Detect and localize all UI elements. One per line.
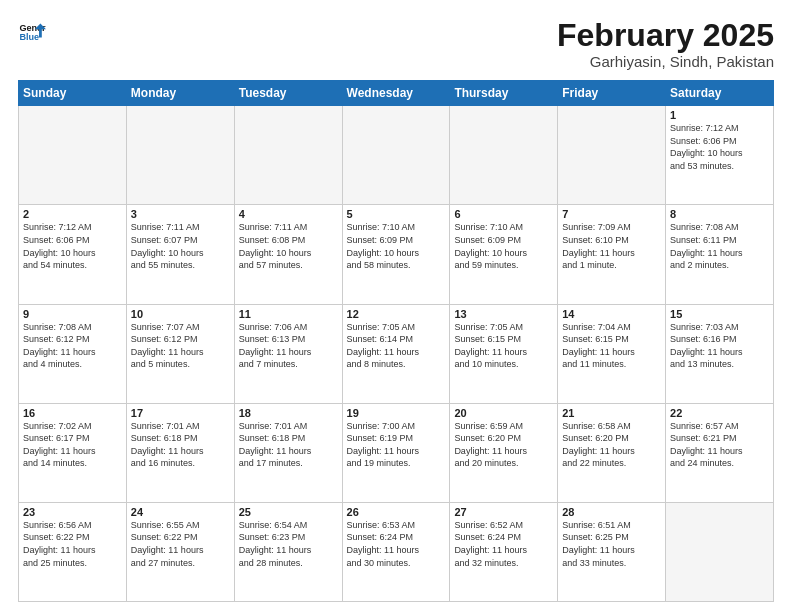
- day-number: 8: [670, 208, 769, 220]
- day-info: Sunrise: 6:52 AM Sunset: 6:24 PM Dayligh…: [454, 519, 553, 569]
- header-wednesday: Wednesday: [342, 81, 450, 106]
- table-row: 6Sunrise: 7:10 AM Sunset: 6:09 PM Daylig…: [450, 205, 558, 304]
- week-row-3: 16Sunrise: 7:02 AM Sunset: 6:17 PM Dayli…: [19, 403, 774, 502]
- day-number: 12: [347, 308, 446, 320]
- logo: General Blue: [18, 18, 46, 46]
- svg-text:Blue: Blue: [19, 32, 39, 42]
- weekday-header-row: Sunday Monday Tuesday Wednesday Thursday…: [19, 81, 774, 106]
- table-row: 3Sunrise: 7:11 AM Sunset: 6:07 PM Daylig…: [126, 205, 234, 304]
- day-info: Sunrise: 7:10 AM Sunset: 6:09 PM Dayligh…: [347, 221, 446, 271]
- day-number: 7: [562, 208, 661, 220]
- header-thursday: Thursday: [450, 81, 558, 106]
- table-row: [558, 106, 666, 205]
- table-row: 25Sunrise: 6:54 AM Sunset: 6:23 PM Dayli…: [234, 502, 342, 601]
- week-row-4: 23Sunrise: 6:56 AM Sunset: 6:22 PM Dayli…: [19, 502, 774, 601]
- table-row: 18Sunrise: 7:01 AM Sunset: 6:18 PM Dayli…: [234, 403, 342, 502]
- table-row: [342, 106, 450, 205]
- day-number: 26: [347, 506, 446, 518]
- day-number: 10: [131, 308, 230, 320]
- day-info: Sunrise: 7:08 AM Sunset: 6:12 PM Dayligh…: [23, 321, 122, 371]
- day-info: Sunrise: 7:01 AM Sunset: 6:18 PM Dayligh…: [131, 420, 230, 470]
- day-info: Sunrise: 6:53 AM Sunset: 6:24 PM Dayligh…: [347, 519, 446, 569]
- table-row: 27Sunrise: 6:52 AM Sunset: 6:24 PM Dayli…: [450, 502, 558, 601]
- day-info: Sunrise: 7:04 AM Sunset: 6:15 PM Dayligh…: [562, 321, 661, 371]
- header-tuesday: Tuesday: [234, 81, 342, 106]
- day-number: 28: [562, 506, 661, 518]
- day-info: Sunrise: 7:07 AM Sunset: 6:12 PM Dayligh…: [131, 321, 230, 371]
- day-info: Sunrise: 6:54 AM Sunset: 6:23 PM Dayligh…: [239, 519, 338, 569]
- table-row: [19, 106, 127, 205]
- day-info: Sunrise: 7:05 AM Sunset: 6:14 PM Dayligh…: [347, 321, 446, 371]
- day-number: 22: [670, 407, 769, 419]
- table-row: 5Sunrise: 7:10 AM Sunset: 6:09 PM Daylig…: [342, 205, 450, 304]
- table-row: 8Sunrise: 7:08 AM Sunset: 6:11 PM Daylig…: [666, 205, 774, 304]
- week-row-2: 9Sunrise: 7:08 AM Sunset: 6:12 PM Daylig…: [19, 304, 774, 403]
- table-row: 2Sunrise: 7:12 AM Sunset: 6:06 PM Daylig…: [19, 205, 127, 304]
- header-sunday: Sunday: [19, 81, 127, 106]
- table-row: 1Sunrise: 7:12 AM Sunset: 6:06 PM Daylig…: [666, 106, 774, 205]
- day-number: 9: [23, 308, 122, 320]
- day-number: 5: [347, 208, 446, 220]
- day-info: Sunrise: 6:59 AM Sunset: 6:20 PM Dayligh…: [454, 420, 553, 470]
- table-row: 26Sunrise: 6:53 AM Sunset: 6:24 PM Dayli…: [342, 502, 450, 601]
- table-row: 20Sunrise: 6:59 AM Sunset: 6:20 PM Dayli…: [450, 403, 558, 502]
- day-info: Sunrise: 7:01 AM Sunset: 6:18 PM Dayligh…: [239, 420, 338, 470]
- logo-icon: General Blue: [18, 18, 46, 46]
- table-row: [450, 106, 558, 205]
- table-row: 14Sunrise: 7:04 AM Sunset: 6:15 PM Dayli…: [558, 304, 666, 403]
- day-info: Sunrise: 7:06 AM Sunset: 6:13 PM Dayligh…: [239, 321, 338, 371]
- header-friday: Friday: [558, 81, 666, 106]
- day-number: 4: [239, 208, 338, 220]
- day-number: 16: [23, 407, 122, 419]
- day-number: 25: [239, 506, 338, 518]
- day-info: Sunrise: 6:58 AM Sunset: 6:20 PM Dayligh…: [562, 420, 661, 470]
- day-number: 21: [562, 407, 661, 419]
- day-info: Sunrise: 7:05 AM Sunset: 6:15 PM Dayligh…: [454, 321, 553, 371]
- table-row: 24Sunrise: 6:55 AM Sunset: 6:22 PM Dayli…: [126, 502, 234, 601]
- day-info: Sunrise: 7:03 AM Sunset: 6:16 PM Dayligh…: [670, 321, 769, 371]
- day-info: Sunrise: 7:10 AM Sunset: 6:09 PM Dayligh…: [454, 221, 553, 271]
- day-number: 3: [131, 208, 230, 220]
- day-number: 11: [239, 308, 338, 320]
- table-row: 28Sunrise: 6:51 AM Sunset: 6:25 PM Dayli…: [558, 502, 666, 601]
- day-number: 18: [239, 407, 338, 419]
- table-row: [666, 502, 774, 601]
- week-row-1: 2Sunrise: 7:12 AM Sunset: 6:06 PM Daylig…: [19, 205, 774, 304]
- table-row: 10Sunrise: 7:07 AM Sunset: 6:12 PM Dayli…: [126, 304, 234, 403]
- header-monday: Monday: [126, 81, 234, 106]
- table-row: 7Sunrise: 7:09 AM Sunset: 6:10 PM Daylig…: [558, 205, 666, 304]
- table-row: [234, 106, 342, 205]
- table-row: 23Sunrise: 6:56 AM Sunset: 6:22 PM Dayli…: [19, 502, 127, 601]
- day-number: 15: [670, 308, 769, 320]
- table-row: 11Sunrise: 7:06 AM Sunset: 6:13 PM Dayli…: [234, 304, 342, 403]
- table-row: 16Sunrise: 7:02 AM Sunset: 6:17 PM Dayli…: [19, 403, 127, 502]
- day-info: Sunrise: 7:11 AM Sunset: 6:08 PM Dayligh…: [239, 221, 338, 271]
- day-info: Sunrise: 6:57 AM Sunset: 6:21 PM Dayligh…: [670, 420, 769, 470]
- day-number: 1: [670, 109, 769, 121]
- day-number: 19: [347, 407, 446, 419]
- table-row: 15Sunrise: 7:03 AM Sunset: 6:16 PM Dayli…: [666, 304, 774, 403]
- day-number: 6: [454, 208, 553, 220]
- day-info: Sunrise: 7:02 AM Sunset: 6:17 PM Dayligh…: [23, 420, 122, 470]
- page: General Blue February 2025 Garhiyasin, S…: [0, 0, 792, 612]
- table-row: 4Sunrise: 7:11 AM Sunset: 6:08 PM Daylig…: [234, 205, 342, 304]
- day-number: 13: [454, 308, 553, 320]
- day-info: Sunrise: 6:55 AM Sunset: 6:22 PM Dayligh…: [131, 519, 230, 569]
- calendar-title: February 2025: [557, 18, 774, 53]
- table-row: 21Sunrise: 6:58 AM Sunset: 6:20 PM Dayli…: [558, 403, 666, 502]
- table-row: 22Sunrise: 6:57 AM Sunset: 6:21 PM Dayli…: [666, 403, 774, 502]
- day-info: Sunrise: 6:51 AM Sunset: 6:25 PM Dayligh…: [562, 519, 661, 569]
- table-row: 19Sunrise: 7:00 AM Sunset: 6:19 PM Dayli…: [342, 403, 450, 502]
- day-info: Sunrise: 7:12 AM Sunset: 6:06 PM Dayligh…: [670, 122, 769, 172]
- day-number: 23: [23, 506, 122, 518]
- day-number: 17: [131, 407, 230, 419]
- table-row: [126, 106, 234, 205]
- title-block: February 2025 Garhiyasin, Sindh, Pakista…: [557, 18, 774, 70]
- table-row: 17Sunrise: 7:01 AM Sunset: 6:18 PM Dayli…: [126, 403, 234, 502]
- day-info: Sunrise: 7:11 AM Sunset: 6:07 PM Dayligh…: [131, 221, 230, 271]
- day-info: Sunrise: 7:08 AM Sunset: 6:11 PM Dayligh…: [670, 221, 769, 271]
- day-number: 14: [562, 308, 661, 320]
- day-number: 24: [131, 506, 230, 518]
- table-row: 12Sunrise: 7:05 AM Sunset: 6:14 PM Dayli…: [342, 304, 450, 403]
- table-row: 13Sunrise: 7:05 AM Sunset: 6:15 PM Dayli…: [450, 304, 558, 403]
